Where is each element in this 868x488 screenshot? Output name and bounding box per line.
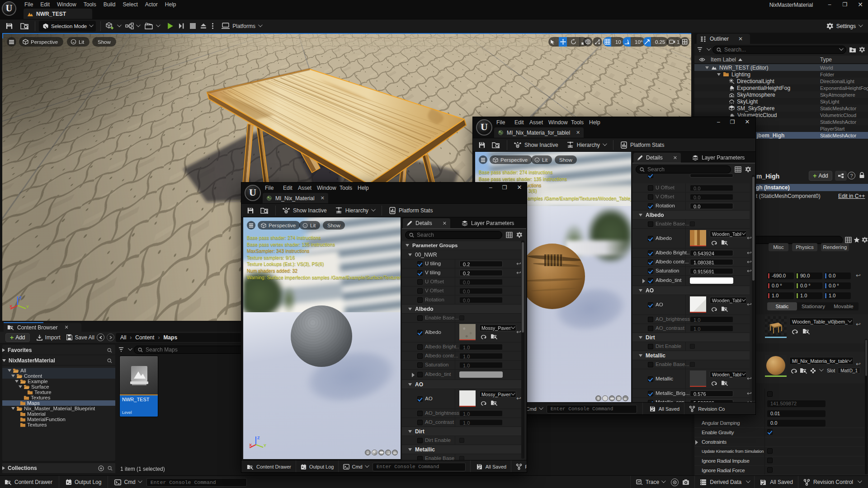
svg-text:Y: Y	[264, 443, 266, 448]
svg-text:Z: Z	[257, 436, 260, 440]
svg-text:X: X	[249, 443, 252, 447]
svg-text:X: X	[9, 304, 12, 309]
svg-text:Y: Y	[26, 305, 29, 309]
svg-text:Z: Z	[19, 296, 22, 300]
